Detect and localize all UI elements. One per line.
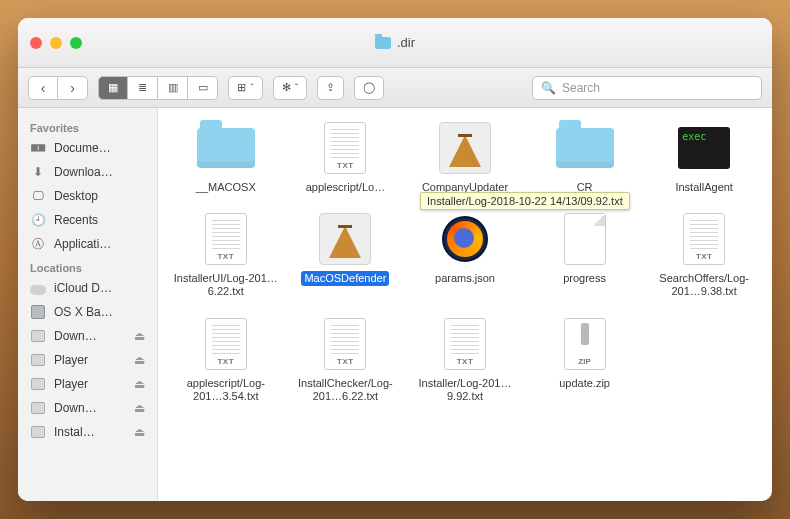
disk-icon [30, 304, 46, 320]
file-item[interactable]: Installer/Log-201…9.92.txt [409, 318, 521, 404]
file-item[interactable]: update.zip [529, 318, 641, 404]
sidebar-item-volume[interactable]: Player⏏ [18, 372, 157, 396]
sidebar-item-icloud[interactable]: iCloud D… [18, 276, 157, 300]
drive-icon [30, 376, 46, 392]
window-controls [30, 37, 82, 49]
tags-button[interactable]: ◯ [354, 76, 384, 100]
window-body: Favorites 🀰Docume… ⬇Downloa… 🖵Desktop 🕘R… [18, 108, 772, 501]
list-view-button[interactable]: ≣ [128, 76, 158, 100]
forward-button[interactable]: › [58, 76, 88, 100]
grid-icon: ⊞ [237, 81, 246, 94]
file-label: applescript/Log-201…3.54.txt [170, 376, 282, 404]
nav-buttons: ‹ › [28, 76, 88, 100]
back-button[interactable]: ‹ [28, 76, 58, 100]
file-item[interactable]: applescript/Lo… [290, 122, 402, 195]
app-icon [439, 122, 491, 174]
txt-file-icon [205, 213, 247, 265]
sidebar-item-desktop[interactable]: 🖵Desktop [18, 184, 157, 208]
drive-icon [30, 328, 46, 344]
chevron-down-icon: ˇ [250, 82, 254, 94]
icon-view-button[interactable]: ▦ [98, 76, 128, 100]
sidebar-item-recents[interactable]: 🕘Recents [18, 208, 157, 232]
zoom-button[interactable] [70, 37, 82, 49]
file-item[interactable]: SearchOffers/Log-201…9.38.txt [648, 213, 760, 299]
file-label: MacOSDefender [301, 271, 389, 286]
downloads-icon: ⬇ [30, 164, 46, 180]
titlebar: .dir [18, 18, 772, 68]
minimize-button[interactable] [50, 37, 62, 49]
file-item[interactable]: CompanyUpdater [409, 122, 521, 195]
tooltip: Installer/Log-2018-10-22 14/13/09.92.txt [420, 192, 630, 210]
search-field[interactable]: 🔍 Search [532, 76, 762, 100]
doc-icon: 🀰 [30, 140, 46, 156]
file-item[interactable]: applescript/Log-201…3.54.txt [170, 318, 282, 404]
file-label: update.zip [556, 376, 613, 391]
close-button[interactable] [30, 37, 42, 49]
share-button[interactable]: ⇪ [317, 76, 344, 100]
chevron-left-icon: ‹ [41, 81, 46, 95]
txt-file-icon [444, 318, 486, 370]
zip-file-icon [564, 318, 606, 370]
sidebar-item-volume[interactable]: Player⏏ [18, 348, 157, 372]
search-icon: 🔍 [541, 81, 556, 95]
file-label: params.json [432, 271, 498, 286]
sidebar: Favorites 🀰Docume… ⬇Downloa… 🖵Desktop 🕘R… [18, 108, 158, 501]
file-label: Installer/Log-201…9.92.txt [409, 376, 521, 404]
column-view-button[interactable]: ▥ [158, 76, 188, 100]
tag-icon: ◯ [363, 81, 375, 94]
desktop-icon: 🖵 [30, 188, 46, 204]
txt-file-icon [324, 318, 366, 370]
eject-icon[interactable]: ⏏ [134, 425, 145, 439]
chevron-right-icon: › [70, 81, 75, 95]
chevron-down-icon: ˇ [295, 82, 299, 94]
file-item[interactable]: params.json [409, 213, 521, 299]
clock-icon: 🕘 [30, 212, 46, 228]
folder-icon [556, 128, 614, 168]
txt-file-icon [205, 318, 247, 370]
share-icon: ⇪ [326, 81, 335, 94]
exec-icon: exec [678, 127, 730, 169]
arrange-menu[interactable]: ⊞ˇ [228, 76, 263, 100]
file-label: InstallChecker/Log-201…6.22.txt [290, 376, 402, 404]
sidebar-item-volume[interactable]: Instal…⏏ [18, 420, 157, 444]
action-menu[interactable]: ✻ˇ [273, 76, 308, 100]
eject-icon[interactable]: ⏏ [134, 329, 145, 343]
file-label: InstallAgent [672, 180, 735, 195]
drive-icon [30, 400, 46, 416]
window-title: .dir [375, 35, 415, 50]
txt-file-icon [324, 122, 366, 174]
file-item[interactable]: MacOSDefender [290, 213, 402, 299]
file-icon [564, 213, 606, 265]
sidebar-item-documents[interactable]: 🀰Docume… [18, 136, 157, 160]
file-label: progress [560, 271, 609, 286]
file-label: __MACOSX [193, 180, 259, 195]
gear-icon: ✻ [282, 81, 291, 94]
file-label: SearchOffers/Log-201…9.38.txt [648, 271, 760, 299]
eject-icon[interactable]: ⏏ [134, 353, 145, 367]
eject-icon[interactable]: ⏏ [134, 377, 145, 391]
sidebar-heading-favorites: Favorites [18, 116, 157, 136]
sidebar-item-osx[interactable]: OS X Ba… [18, 300, 157, 324]
sidebar-item-downloads[interactable]: ⬇Downloa… [18, 160, 157, 184]
file-grid: __MACOSXapplescript/Lo…CompanyUpdaterCRe… [158, 108, 772, 501]
sidebar-item-volume[interactable]: Down…⏏ [18, 396, 157, 420]
gallery-view-button[interactable]: ▭ [188, 76, 218, 100]
title-text: .dir [397, 35, 415, 50]
file-item[interactable]: InstallChecker/Log-201…6.22.txt [290, 318, 402, 404]
sidebar-heading-locations: Locations [18, 256, 157, 276]
sidebar-item-applications[interactable]: ⒶApplicati… [18, 232, 157, 256]
file-item[interactable]: InstallerUI/Log-201…6.22.txt [170, 213, 282, 299]
firefox-icon [442, 216, 488, 262]
file-item[interactable]: execInstallAgent [648, 122, 760, 195]
file-item[interactable]: progress [529, 213, 641, 299]
file-label: InstallerUI/Log-201…6.22.txt [170, 271, 282, 299]
file-label: applescript/Lo… [303, 180, 389, 195]
folder-icon [375, 37, 391, 49]
apps-icon: Ⓐ [30, 236, 46, 252]
eject-icon[interactable]: ⏏ [134, 401, 145, 415]
file-item[interactable]: __MACOSX [170, 122, 282, 195]
sidebar-item-volume[interactable]: Down…⏏ [18, 324, 157, 348]
cloud-icon [30, 280, 46, 296]
txt-file-icon [683, 213, 725, 265]
file-item[interactable]: CR [529, 122, 641, 195]
